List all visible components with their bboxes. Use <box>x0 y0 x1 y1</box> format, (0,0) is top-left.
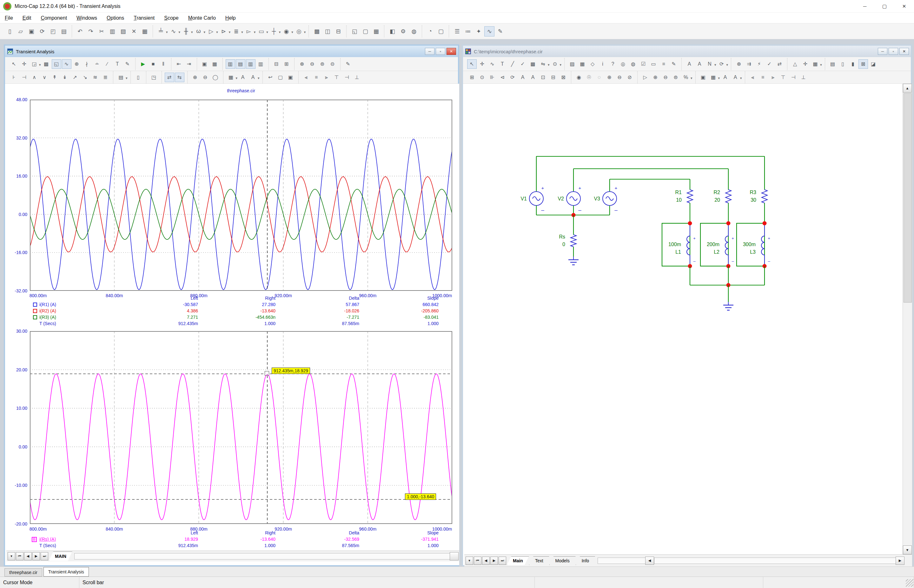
peak-icon[interactable]: ∧ <box>29 73 39 82</box>
transient-plot-top[interactable] <box>30 100 452 291</box>
power-icon[interactable]: ✓ <box>765 59 774 69</box>
align-right-icon[interactable]: ⫸ <box>322 73 331 82</box>
node-snap-icon[interactable]: ⊙ <box>550 59 560 69</box>
schematic-vscrollbar[interactable]: ▲ ▼ <box>903 84 912 554</box>
align-center-icon[interactable]: ≡ <box>758 73 768 82</box>
analysis-nav-4[interactable]: ⏭ <box>40 552 48 561</box>
stack-all-icon[interactable]: ▥ <box>226 59 235 69</box>
tile-vertical-icon[interactable]: ◫ <box>322 26 333 37</box>
link-icon[interactable]: ◍ <box>628 59 638 69</box>
left-cursor-marker[interactable] <box>265 371 269 375</box>
analysis-nav-0[interactable]: ▾ <box>8 552 15 561</box>
analysis-restore-button[interactable]: ▫ <box>436 48 445 55</box>
point-to-point-icon[interactable]: ◎ <box>618 59 628 69</box>
waveform-swatch[interactable] <box>33 315 37 319</box>
inductor-dropdown[interactable]: ▾ <box>204 30 205 34</box>
wire-icon[interactable]: ∿ <box>487 59 497 69</box>
font-color-dropdown[interactable]: ▾ <box>258 76 260 80</box>
macro-dropdown[interactable]: ▾ <box>266 30 268 34</box>
menu-help[interactable]: Help <box>220 13 241 23</box>
font-color-dropdown[interactable]: ▾ <box>740 76 742 80</box>
zoom-mode-dropdown[interactable]: ▾ <box>39 63 41 67</box>
notes-icon[interactable]: ▯ <box>134 73 143 82</box>
text-icon[interactable]: T <box>498 59 507 69</box>
schematic-tab-main[interactable]: Main <box>507 556 529 565</box>
select-icon[interactable]: ↖ <box>467 59 477 69</box>
schematic-hscrollbar[interactable] <box>654 557 896 564</box>
conditions-icon[interactable]: ⇄ <box>775 59 784 69</box>
calculator-icon[interactable]: ▦ <box>371 26 381 37</box>
pan-icon[interactable]: ✛ <box>477 59 487 69</box>
waveform-name[interactable]: i(Rs) (A) <box>39 536 56 542</box>
stack-two-icon[interactable]: ▥ <box>246 59 256 69</box>
align-left-icon[interactable]: ⫷ <box>748 73 757 82</box>
sine-source-icon[interactable]: ◎ <box>294 26 304 37</box>
title-block-icon[interactable]: ▯ <box>838 59 848 69</box>
find-node-dropdown[interactable]: ▾ <box>714 63 716 67</box>
fall-icon[interactable]: ↘ <box>80 73 90 82</box>
calendar-icon[interactable]: ◳ <box>149 73 159 82</box>
hscroll-right-arrow[interactable]: ▶ <box>896 557 904 565</box>
resize-grip[interactable] <box>906 579 913 587</box>
transistor-dropdown[interactable]: ▾ <box>229 30 231 34</box>
data-points-icon[interactable]: ▣ <box>200 59 209 69</box>
crosshair-icon[interactable]: ✛ <box>801 59 810 69</box>
schematic-canvas[interactable]: +–V1+–V2+–V3Rs0R110+–100mL1R220+–200mL2R… <box>464 84 903 554</box>
redo-icon[interactable]: ↷ <box>86 26 96 37</box>
pattern-dropdown[interactable]: ▾ <box>718 76 720 80</box>
mosfet-icon[interactable]: ≣ <box>231 26 241 37</box>
schematic-nav-3[interactable]: ▶ <box>490 557 498 565</box>
zoom-100-icon[interactable]: ◯ <box>211 73 220 82</box>
menu-windows[interactable]: Windows <box>72 13 102 23</box>
line-icon[interactable]: ╱ <box>508 59 517 69</box>
attributes-icon[interactable]: ◇ <box>588 59 597 69</box>
help-mode-icon[interactable]: ? <box>608 59 618 69</box>
scale-icon[interactable]: ⊚ <box>671 73 680 82</box>
stepping-icon[interactable]: ≔ <box>463 26 473 37</box>
align-center-icon[interactable]: ≡ <box>312 73 321 82</box>
go-back-icon[interactable]: ↩ <box>265 73 275 82</box>
ground-icon[interactable]: ╧ <box>156 26 166 37</box>
copy-icon[interactable]: ▥ <box>107 26 117 37</box>
scale-mode-icon[interactable]: ◱ <box>52 59 61 69</box>
analysis-hscrollbar[interactable] <box>74 553 450 559</box>
zoom-mode-icon[interactable]: ◲ <box>29 59 39 69</box>
align-right-icon[interactable]: ⫸ <box>768 73 778 82</box>
undo-icon[interactable]: ↶ <box>75 26 85 37</box>
horizontal-axis-icon[interactable]: ⊟ <box>272 59 281 69</box>
right-cursor-icon[interactable]: ⇥ <box>184 59 194 69</box>
stack-one-icon[interactable]: ▥ <box>256 59 265 69</box>
stop-icon[interactable]: ■ <box>149 59 158 69</box>
analysis-nav-2[interactable]: ◀ <box>24 552 32 561</box>
align-left-icon[interactable]: ⫷ <box>301 73 311 82</box>
opamp-dropdown[interactable]: ▾ <box>254 30 256 34</box>
maximize-button[interactable]: ▢ <box>875 0 894 13</box>
zoom-in-icon[interactable]: ⊕ <box>650 73 660 82</box>
pattern-icon[interactable]: ▦ <box>709 73 718 82</box>
find-next-icon[interactable]: A <box>528 73 538 82</box>
cursor-value-tag-left[interactable]: 912.435m,18.929 <box>272 368 310 374</box>
cursor-mode-icon[interactable]: ∿ <box>62 59 71 69</box>
maximize-window-icon[interactable]: ▢ <box>360 26 370 37</box>
pin-connections-icon[interactable]: △ <box>790 59 800 69</box>
menu-scope[interactable]: Scope <box>159 13 183 23</box>
analysis-minimize-button[interactable]: ─ <box>425 48 435 55</box>
refresh-dropdown[interactable]: ▾ <box>726 63 728 67</box>
analysis-nav-3[interactable]: ▶ <box>32 552 40 561</box>
doc-tab-transient-analysis[interactable]: Transient Analysis <box>44 567 89 577</box>
meter-icon[interactable]: ◉ <box>281 26 291 37</box>
analysis-plot-icon[interactable]: ∿ <box>484 26 495 37</box>
rotate-icon[interactable]: ⟳ <box>508 73 517 82</box>
run-icon[interactable]: ▶ <box>138 59 148 69</box>
node-voltages-icon[interactable]: ⇉ <box>744 59 754 69</box>
minimize-button[interactable]: ─ <box>855 0 875 13</box>
zoom-in-icon[interactable]: ⊕ <box>298 59 307 69</box>
clipboard-dropdown[interactable]: ▾ <box>126 76 128 80</box>
left-cursor-icon[interactable]: ⇤ <box>174 59 184 69</box>
bring-front-icon[interactable]: ▢ <box>276 73 285 82</box>
menu-edit[interactable]: Edit <box>18 13 36 23</box>
grid-icon[interactable]: ▦ <box>226 73 236 82</box>
waveform-swatch[interactable] <box>33 302 37 307</box>
navigate-icon[interactable]: ✎ <box>669 59 678 69</box>
clipboard-icon[interactable]: ▤ <box>116 73 126 82</box>
